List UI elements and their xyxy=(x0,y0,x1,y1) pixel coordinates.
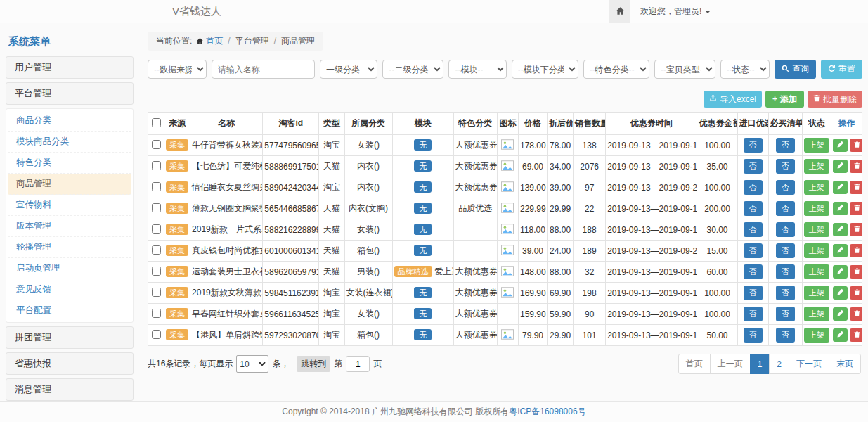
edit-button[interactable] xyxy=(833,328,848,342)
category-level1-select[interactable]: 一级分类 xyxy=(320,60,377,79)
reset-button[interactable]: 重置 xyxy=(821,60,862,79)
edit-button[interactable] xyxy=(833,265,848,279)
module-badge[interactable]: 无 xyxy=(414,308,432,319)
sidebar-item-平台配置[interactable]: 平台配置 xyxy=(8,300,131,321)
status-toggle[interactable]: 上架 xyxy=(804,286,829,300)
sidebar-group-省惠快报[interactable]: 省惠快报 xyxy=(6,352,134,375)
status-toggle[interactable]: 上架 xyxy=(804,243,829,258)
module-badge[interactable]: 无 xyxy=(414,329,432,340)
status-select[interactable]: --状态-- xyxy=(720,60,770,79)
page-button-上一页[interactable]: 上一页 xyxy=(710,354,751,374)
page-size-select[interactable]: 10 xyxy=(236,355,268,373)
icp-link[interactable]: 粤ICP备16098006号 xyxy=(509,406,585,418)
row-checkbox[interactable] xyxy=(152,224,161,234)
module-badge[interactable]: 无 xyxy=(414,203,432,214)
home-button[interactable] xyxy=(609,0,630,23)
delete-button[interactable] xyxy=(850,286,862,300)
delete-button[interactable] xyxy=(850,223,862,236)
must-buy-toggle[interactable]: 否 xyxy=(776,222,795,237)
edit-button[interactable] xyxy=(833,160,848,173)
delete-button[interactable] xyxy=(850,160,862,173)
module-badge[interactable]: 无 xyxy=(414,245,432,256)
must-buy-toggle[interactable]: 否 xyxy=(776,243,795,258)
status-toggle[interactable]: 上架 xyxy=(804,201,829,216)
module-badge[interactable]: 无 xyxy=(414,287,432,298)
must-buy-toggle[interactable]: 否 xyxy=(776,201,795,216)
page-button-2[interactable]: 2 xyxy=(769,354,789,374)
edit-button[interactable] xyxy=(833,202,848,215)
module-badge[interactable]: 品牌精选 xyxy=(394,266,432,277)
sidebar-group-消息管理[interactable]: 消息管理 xyxy=(6,378,134,401)
delete-button[interactable] xyxy=(850,139,862,152)
module-select[interactable]: --模块-- xyxy=(448,60,506,79)
module-badge[interactable]: 无 xyxy=(414,181,432,193)
sidebar-item-模块商品分类[interactable]: 模块商品分类 xyxy=(8,132,131,153)
edit-button[interactable] xyxy=(833,223,848,236)
page-button-首页[interactable]: 首页 xyxy=(678,354,711,374)
import-select-toggle[interactable]: 否 xyxy=(744,307,763,321)
sidebar-group-平台管理[interactable]: 平台管理 xyxy=(6,82,134,105)
edit-button[interactable] xyxy=(833,286,848,300)
row-checkbox[interactable] xyxy=(152,182,161,191)
sidebar-item-启动页管理[interactable]: 启动页管理 xyxy=(8,258,131,279)
must-buy-toggle[interactable]: 否 xyxy=(776,180,795,195)
import-select-toggle[interactable]: 否 xyxy=(744,201,763,216)
row-checkbox[interactable] xyxy=(152,161,161,170)
sidebar-group-拼团管理[interactable]: 拼团管理 xyxy=(6,326,134,349)
row-checkbox[interactable] xyxy=(152,245,161,255)
item-type-select[interactable]: --宝贝类型-- xyxy=(654,60,715,79)
module-badge[interactable]: 无 xyxy=(414,160,432,172)
import-select-toggle[interactable]: 否 xyxy=(744,243,763,258)
batch-delete-button[interactable]: 批量删除 xyxy=(808,91,862,108)
delete-button[interactable] xyxy=(850,265,862,279)
feature-select[interactable]: --特色分类-- xyxy=(583,60,649,79)
row-checkbox[interactable] xyxy=(152,288,161,297)
row-checkbox[interactable] xyxy=(152,140,161,149)
user-menu[interactable]: 欢迎您，管理员! xyxy=(640,6,711,18)
delete-button[interactable] xyxy=(850,181,862,194)
jump-button[interactable]: 跳转到 xyxy=(297,356,330,372)
page-number-input[interactable] xyxy=(346,356,370,372)
sidebar-item-特色分类[interactable]: 特色分类 xyxy=(8,153,131,174)
must-buy-toggle[interactable]: 否 xyxy=(776,307,795,321)
status-toggle[interactable]: 上架 xyxy=(804,138,829,153)
sidebar-item-版本管理[interactable]: 版本管理 xyxy=(8,216,131,237)
edit-button[interactable] xyxy=(833,307,848,321)
import-select-toggle[interactable]: 否 xyxy=(744,286,763,300)
status-toggle[interactable]: 上架 xyxy=(804,180,829,195)
sidebar-item-意见反馈[interactable]: 意见反馈 xyxy=(8,279,131,300)
row-checkbox[interactable] xyxy=(152,309,161,318)
status-toggle[interactable]: 上架 xyxy=(804,264,829,279)
import-select-toggle[interactable]: 否 xyxy=(744,180,763,195)
category-level2-select[interactable]: --二级分类-- xyxy=(382,60,443,79)
page-button-1[interactable]: 1 xyxy=(750,354,770,374)
import-select-toggle[interactable]: 否 xyxy=(744,222,763,237)
page-button-下一页[interactable]: 下一页 xyxy=(789,354,829,374)
edit-button[interactable] xyxy=(833,244,848,257)
import-select-toggle[interactable]: 否 xyxy=(744,138,763,153)
row-checkbox[interactable] xyxy=(152,330,161,339)
delete-button[interactable] xyxy=(850,307,862,321)
must-buy-toggle[interactable]: 否 xyxy=(776,159,795,174)
delete-button[interactable] xyxy=(850,244,862,257)
row-checkbox[interactable] xyxy=(152,203,161,212)
search-button[interactable]: 查询 xyxy=(775,60,816,79)
status-toggle[interactable]: 上架 xyxy=(804,159,829,174)
row-checkbox[interactable] xyxy=(152,267,161,276)
must-buy-toggle[interactable]: 否 xyxy=(776,138,795,153)
status-toggle[interactable]: 上架 xyxy=(804,307,829,321)
sidebar-item-宣传物料[interactable]: 宣传物料 xyxy=(8,195,131,216)
module-badge[interactable]: 无 xyxy=(414,224,432,235)
import-select-toggle[interactable]: 否 xyxy=(744,328,763,343)
module-sub-select[interactable]: --模块下分类-- xyxy=(512,60,578,79)
sidebar-item-商品分类[interactable]: 商品分类 xyxy=(8,110,131,132)
must-buy-toggle[interactable]: 否 xyxy=(776,286,795,300)
sidebar-group-用户管理[interactable]: 用户管理 xyxy=(6,56,134,79)
add-button[interactable]: + 添加 xyxy=(765,91,804,108)
edit-button[interactable] xyxy=(833,181,848,194)
delete-button[interactable] xyxy=(850,202,862,215)
must-buy-toggle[interactable]: 否 xyxy=(776,328,795,343)
delete-button[interactable] xyxy=(850,328,862,342)
edit-button[interactable] xyxy=(833,139,848,152)
import-select-toggle[interactable]: 否 xyxy=(744,159,763,174)
